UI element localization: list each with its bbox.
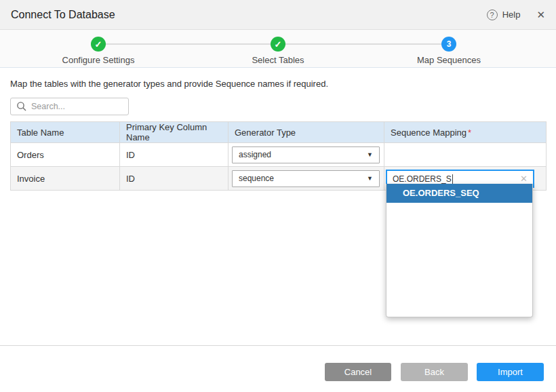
generator-type-value: assigned xyxy=(239,150,271,159)
sequence-suggestion-dropdown: OE.ORDERS_SEQ xyxy=(386,184,533,317)
dropdown-arrow-icon: ▼ xyxy=(367,151,373,158)
cell-sequence-mapping-orders[interactable] xyxy=(384,143,547,167)
connect-to-database-dialog: Connect To Database ? Help ✕ ✓ Configure… xyxy=(0,0,556,392)
step-1-label: Configure Settings xyxy=(31,55,166,65)
footer-divider xyxy=(0,345,556,346)
wizard-stepper: ✓ Configure Settings ✓ Select Tables 3 M… xyxy=(0,30,556,68)
cell-primary-key: ID xyxy=(120,143,229,167)
step-2-select-tables[interactable]: ✓ xyxy=(271,37,285,52)
cell-table-name: Invoice xyxy=(11,167,120,191)
description-text: Map the tables with the generator types … xyxy=(10,79,546,89)
step-3-map-sequences[interactable]: 3 xyxy=(441,37,456,52)
step-connector-1 xyxy=(98,43,278,45)
step-number: 3 xyxy=(447,39,452,49)
table-row: Orders ID assigned ▼ xyxy=(11,143,547,167)
header-primary-key: Primary Key Column Name xyxy=(120,122,229,143)
step-2-label: Select Tables xyxy=(210,55,346,65)
check-icon: ✓ xyxy=(95,39,102,50)
page-title: Connect To Database xyxy=(11,9,115,21)
header-table-name: Table Name xyxy=(11,122,120,143)
help-button[interactable]: ? Help xyxy=(487,9,521,20)
generator-type-select-orders[interactable]: assigned ▼ xyxy=(232,146,380,163)
step-1-configure-settings[interactable]: ✓ xyxy=(91,37,106,52)
step-connector-2 xyxy=(278,43,449,45)
cell-generator-type: assigned ▼ xyxy=(229,143,384,167)
titlebar: Connect To Database ? Help ✕ xyxy=(0,0,556,30)
check-icon: ✓ xyxy=(275,39,282,50)
cancel-button[interactable]: Cancel xyxy=(325,363,391,381)
header-sequence-mapping-label: Sequence Mapping xyxy=(391,128,466,138)
clear-icon[interactable]: ✕ xyxy=(520,174,528,184)
cell-primary-key: ID xyxy=(120,167,229,191)
text-caret xyxy=(452,174,453,184)
import-button[interactable]: Import xyxy=(477,363,544,381)
suggestion-item[interactable]: OE.ORDERS_SEQ xyxy=(386,184,532,203)
header-generator-type: Generator Type xyxy=(229,122,384,143)
search-input[interactable] xyxy=(10,98,129,115)
help-label: Help xyxy=(502,9,521,20)
close-icon[interactable]: ✕ xyxy=(536,9,545,21)
generator-type-select-invoice[interactable]: sequence ▼ xyxy=(232,170,380,187)
titlebar-actions: ? Help ✕ xyxy=(487,9,545,21)
back-button[interactable]: Back xyxy=(401,363,468,381)
dropdown-arrow-icon: ▼ xyxy=(367,175,373,182)
search-icon xyxy=(16,101,27,112)
required-marker: * xyxy=(468,128,471,138)
step-3-label: Map Sequences xyxy=(381,55,517,65)
sequence-mapping-value: OE.ORDERS_S xyxy=(393,174,452,184)
generator-type-value: sequence xyxy=(239,174,274,183)
cell-generator-type: sequence ▼ xyxy=(229,167,384,191)
sequence-mapping-table: Table Name Primary Key Column Name Gener… xyxy=(10,121,547,191)
cell-table-name: Orders xyxy=(11,143,120,167)
help-icon: ? xyxy=(487,9,498,20)
header-sequence-mapping: Sequence Mapping* xyxy=(384,122,547,143)
table-header-row: Table Name Primary Key Column Name Gener… xyxy=(11,122,547,143)
search-box xyxy=(10,98,129,115)
